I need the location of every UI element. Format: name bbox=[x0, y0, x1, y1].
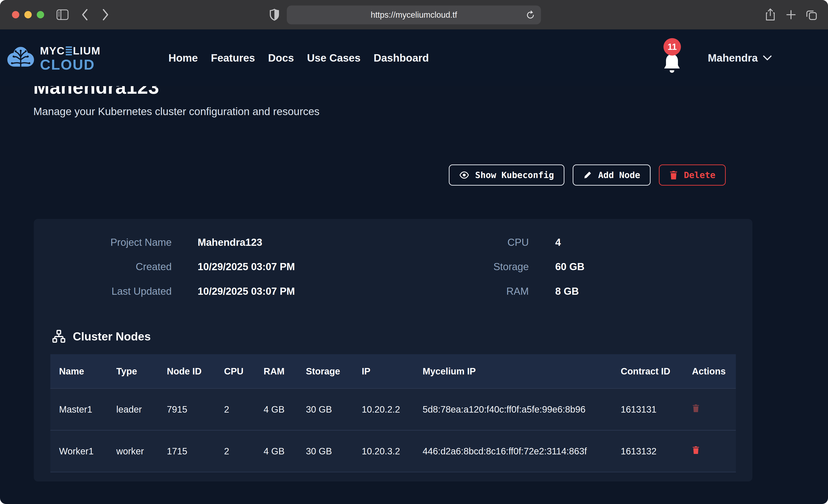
zoom-window-button[interactable] bbox=[37, 11, 44, 18]
show-kubeconfig-label: Show Kubeconfig bbox=[475, 170, 554, 180]
reload-icon[interactable] bbox=[526, 10, 535, 20]
privacy-shield-icon[interactable] bbox=[270, 0, 280, 30]
add-node-label: Add Node bbox=[598, 170, 640, 180]
brand-e-glyph bbox=[66, 46, 72, 55]
cell-mycelium-ip: 5d8:78ea:a120:f40c:ff0f:a5fe:99e6:8b96 bbox=[414, 388, 612, 430]
cell-cpu: 2 bbox=[215, 430, 255, 472]
chevron-down-icon bbox=[763, 55, 772, 61]
last-updated-value: 10/29/2025 03:07 PM bbox=[172, 286, 378, 297]
cell-mycelium-ip: 446:d2a6:8bcd:8c16:ff0f:72e2:3114:863f bbox=[414, 430, 612, 472]
cell-ram: 4 GB bbox=[255, 388, 297, 430]
cell-actions bbox=[683, 388, 736, 430]
project-name-label: Project Name bbox=[34, 237, 172, 248]
mycelium-cloud-logo-icon bbox=[7, 46, 35, 72]
col-actions: Actions bbox=[683, 354, 736, 388]
col-cpu: CPU bbox=[215, 354, 255, 388]
last-updated-label: Last Updated bbox=[34, 286, 172, 297]
brand-logo[interactable]: MYC LIUM CLOUD bbox=[7, 45, 101, 72]
cell-node-id: 1715 bbox=[158, 430, 215, 472]
new-tab-icon[interactable] bbox=[785, 0, 796, 30]
show-kubeconfig-button[interactable]: Show Kubeconfig bbox=[449, 165, 565, 185]
cell-node-id: 7915 bbox=[158, 388, 215, 430]
address-bar[interactable]: https://myceliumcloud.tf bbox=[287, 5, 541, 24]
close-window-button[interactable] bbox=[12, 11, 19, 18]
cell-type: worker bbox=[108, 430, 158, 472]
page-subtitle: Manage your Kubernetes cluster configura… bbox=[33, 105, 828, 118]
col-ram: RAM bbox=[255, 354, 297, 388]
cell-contract-id: 1613131 bbox=[612, 388, 683, 430]
user-name: Mahendra bbox=[708, 52, 758, 64]
cluster-panel: Project Name Mahendra123 CPU 4 Created 1… bbox=[34, 219, 752, 481]
nav-links: Home Features Docs Use Cases Dashboard bbox=[168, 30, 429, 86]
table-row: Worker1 worker 1715 2 4 GB 30 GB 10.20.3… bbox=[50, 430, 736, 472]
tab-overview-icon[interactable] bbox=[806, 0, 817, 30]
cpu-label: CPU bbox=[378, 237, 529, 248]
nav-link-features[interactable]: Features bbox=[211, 52, 255, 64]
main-content: Mahendra123 Manage your Kubernetes clust… bbox=[0, 76, 828, 481]
nodes-table: Name Type Node ID CPU RAM Storage IP Myc… bbox=[50, 354, 736, 472]
brand-name-part2: LIUM bbox=[73, 45, 100, 56]
table-row: Master1 leader 7915 2 4 GB 30 GB 10.20.2… bbox=[50, 388, 736, 430]
share-icon[interactable] bbox=[765, 0, 776, 30]
sidebar-toggle-icon[interactable] bbox=[56, 0, 69, 30]
cell-storage: 30 GB bbox=[297, 388, 353, 430]
col-mycelium-ip: Mycelium IP bbox=[414, 354, 612, 388]
cluster-nodes-title: Cluster Nodes bbox=[73, 330, 151, 343]
col-storage: Storage bbox=[297, 354, 353, 388]
user-menu[interactable]: Mahendra bbox=[708, 30, 772, 86]
col-type: Type bbox=[108, 354, 158, 388]
created-label: Created bbox=[34, 261, 172, 272]
col-name: Name bbox=[50, 354, 108, 388]
eye-icon bbox=[459, 170, 469, 180]
cell-storage: 30 GB bbox=[297, 430, 353, 472]
app-navbar: MYC LIUM CLOUD Home Features Docs Use Ca… bbox=[0, 30, 828, 86]
add-node-button[interactable]: Add Node bbox=[573, 165, 651, 185]
network-nodes-icon bbox=[52, 329, 66, 344]
brand-name-line2: CLOUD bbox=[40, 57, 101, 72]
cluster-actions: Show Kubeconfig Add Node Delete bbox=[0, 165, 726, 185]
table-header-row: Name Type Node ID CPU RAM Storage IP Myc… bbox=[50, 354, 736, 388]
nav-link-home[interactable]: Home bbox=[168, 52, 198, 64]
cell-actions bbox=[683, 430, 736, 472]
cell-name: Master1 bbox=[50, 388, 108, 430]
delete-label: Delete bbox=[684, 170, 715, 180]
delete-node-button[interactable] bbox=[692, 446, 700, 454]
browser-chrome: https://myceliumcloud.tf bbox=[0, 0, 828, 30]
forward-button-icon[interactable] bbox=[101, 0, 110, 30]
col-ip: IP bbox=[353, 354, 414, 388]
brand-name-part1: MYC bbox=[40, 45, 65, 56]
col-contract-id: Contract ID bbox=[612, 354, 683, 388]
cell-ip: 10.20.2.2 bbox=[353, 388, 414, 430]
ram-value: 8 GB bbox=[529, 286, 752, 297]
address-bar-url: https://myceliumcloud.tf bbox=[371, 10, 457, 20]
cell-contract-id: 1613132 bbox=[612, 430, 683, 472]
col-node-id: Node ID bbox=[158, 354, 215, 388]
nav-link-docs[interactable]: Docs bbox=[268, 52, 294, 64]
minimize-window-button[interactable] bbox=[24, 11, 32, 18]
cell-ip: 10.20.3.2 bbox=[353, 430, 414, 472]
nodes-table-wrap: Name Type Node ID CPU RAM Storage IP Myc… bbox=[50, 354, 736, 472]
cell-cpu: 2 bbox=[215, 388, 255, 430]
cluster-info-grid: Project Name Mahendra123 CPU 4 Created 1… bbox=[34, 237, 752, 297]
cluster-nodes-heading: Cluster Nodes bbox=[52, 329, 752, 344]
back-button-icon[interactable] bbox=[81, 0, 89, 30]
traffic-lights bbox=[12, 11, 44, 18]
browser-window: https://myceliumcloud.tf bbox=[0, 0, 828, 504]
ram-label: RAM bbox=[378, 286, 529, 297]
delete-node-button[interactable] bbox=[692, 404, 700, 413]
brand-wordmark: MYC LIUM CLOUD bbox=[40, 45, 101, 72]
created-value: 10/29/2025 03:07 PM bbox=[172, 261, 378, 272]
nav-link-use-cases[interactable]: Use Cases bbox=[307, 52, 361, 64]
cell-type: leader bbox=[108, 388, 158, 430]
cell-ram: 4 GB bbox=[255, 430, 297, 472]
cell-name: Worker1 bbox=[50, 430, 108, 472]
nav-link-dashboard[interactable]: Dashboard bbox=[374, 52, 429, 64]
notifications-button[interactable]: 11 bbox=[661, 51, 686, 77]
delete-cluster-button[interactable]: Delete bbox=[659, 165, 726, 185]
storage-label: Storage bbox=[378, 261, 529, 272]
storage-value: 60 GB bbox=[529, 261, 752, 272]
project-name-value: Mahendra123 bbox=[172, 237, 378, 248]
cpu-value: 4 bbox=[529, 237, 752, 248]
trash-icon bbox=[669, 170, 678, 180]
notification-count-badge: 11 bbox=[663, 38, 681, 55]
